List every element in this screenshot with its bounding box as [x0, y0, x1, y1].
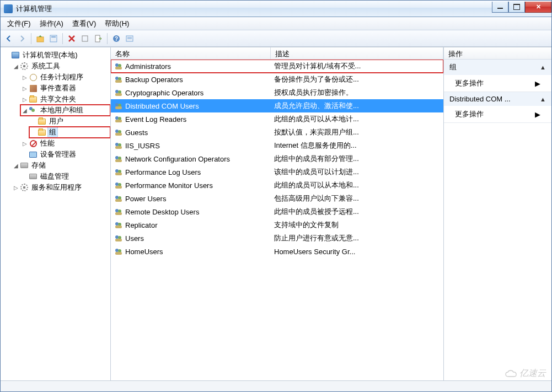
group-name-cell: HomeUsers [111, 247, 271, 256]
group-row[interactable]: IIS_IUSRSInternet 信息服务使用的... [111, 139, 443, 152]
group-row[interactable]: Remote Desktop Users此组中的成员被授予远程... [111, 205, 443, 218]
actions-body: 组 ▲ 更多操作 ▶ Distributed COM ... ▲ 更多操作 [444, 60, 551, 380]
tree-task-sched[interactable]: ▷任务计划程序 [20, 72, 110, 83]
group-row[interactable]: Replicator支持域中的文件复制 [111, 218, 443, 232]
svg-rect-3 [82, 36, 88, 41]
expand-icon[interactable]: ▷ [13, 184, 19, 191]
tree-services-apps[interactable]: ▷服务和应用程序 [12, 182, 110, 193]
back-icon[interactable] [3, 33, 15, 45]
tree-sys-tools[interactable]: ◢ 系统工具 [12, 61, 110, 72]
delete-icon[interactable] [66, 33, 78, 45]
group-icon [114, 128, 123, 137]
group-row[interactable]: Cryptographic Operators授权成员执行加密操作。 [111, 86, 443, 99]
svg-rect-21 [115, 106, 122, 109]
group-desc-cell: 按默认值，来宾跟用户组... [271, 127, 443, 137]
tree-storage[interactable]: ◢存储 [12, 160, 110, 171]
svg-rect-42 [115, 199, 122, 202]
group-row[interactable]: Network Configuration Operators此组中的成员有部分… [111, 152, 443, 165]
tree-label: 磁盘管理 [39, 171, 70, 181]
group-row[interactable]: Event Log Readers此组的成员可以从本地计... [111, 112, 443, 126]
tree-shared[interactable]: ▷共享文件夹 [20, 94, 110, 105]
collapse-icon[interactable]: ◢ [13, 63, 19, 69]
group-row[interactable]: Users防止用户进行有意或无意... [111, 232, 443, 245]
group-row[interactable]: Administrators管理员对计算机/域有不受... [111, 60, 443, 73]
tree-local-users-groups[interactable]: ◢本地用户和组 [20, 105, 110, 116]
details-icon[interactable] [124, 33, 136, 45]
window-controls [492, 2, 551, 13]
group-row[interactable]: Performance Log Users该组中的成员可以计划进... [111, 165, 443, 179]
export-icon[interactable] [92, 33, 104, 45]
svg-rect-54 [115, 252, 122, 255]
group-name-cell: Replicator [111, 221, 271, 229]
action-head-label: 组 [449, 62, 457, 72]
svg-rect-36 [115, 173, 122, 175]
group-desc-cell: 授权成员执行加密操作。 [271, 88, 443, 98]
tree-label: 本地用户和组 [39, 105, 84, 115]
menu-file[interactable]: 文件(F) [3, 17, 35, 30]
group-row[interactable]: HomeUsersHomeUsers Security Gr... [111, 245, 443, 258]
list-header: 名称 描述 [111, 47, 443, 60]
expand-icon[interactable] [4, 52, 10, 58]
actions-pane: 操作 组 ▲ 更多操作 ▶ Distributed COM ... ▲ [444, 47, 551, 380]
folder-icon [37, 117, 46, 126]
group-icon [114, 194, 123, 203]
collapse-icon[interactable]: ◢ [13, 162, 19, 169]
book-icon [29, 84, 37, 93]
group-desc-cell: 防止用户进行有意或无意... [271, 233, 443, 243]
chevron-up-icon: ▲ [540, 64, 546, 71]
minimize-button[interactable] [492, 2, 508, 13]
action-more-2[interactable]: 更多操作 ▶ [444, 106, 551, 122]
action-head-groups[interactable]: 组 ▲ [444, 60, 551, 75]
tree-disk-mgmt[interactable]: 磁盘管理 [20, 171, 110, 182]
tree-perf[interactable]: ▷性能 [20, 138, 110, 149]
chevron-right-icon: ▶ [535, 79, 540, 88]
list-body[interactable]: Administrators管理员对计算机/域有不受...Backup Oper… [111, 60, 443, 380]
group-icon [114, 234, 123, 243]
app-window: 计算机管理 文件(F) 操作(A) 查看(V) 帮助(H) ? [0, 0, 552, 392]
titlebar[interactable]: 计算机管理 [1, 1, 551, 17]
tree-dev-mgr[interactable]: 设备管理器 [20, 149, 110, 160]
group-row[interactable]: Guests按默认值，来宾跟用户组... [111, 126, 443, 139]
tree-event-viewer[interactable]: ▷事件查看器 [20, 83, 110, 94]
group-icon [114, 247, 123, 256]
action-head-selected[interactable]: Distributed COM ... ▲ [444, 92, 551, 106]
tree-users[interactable]: 用户 [29, 116, 110, 127]
up-icon[interactable] [34, 33, 46, 45]
refresh-icon[interactable] [79, 33, 91, 45]
close-button[interactable] [525, 2, 551, 13]
group-name-cell: Remote Desktop Users [111, 207, 271, 216]
no-icon [29, 139, 37, 148]
svg-rect-39 [115, 186, 122, 189]
maximize-button[interactable] [508, 2, 525, 13]
group-desc-cell: 此组中的成员有部分管理... [271, 154, 443, 164]
toolbar-separator [107, 33, 108, 44]
expand-icon[interactable]: ▷ [22, 74, 28, 80]
toolbar-separator [62, 33, 63, 44]
tree-root[interactable]: 计算机管理(本地) [3, 50, 110, 61]
group-row[interactable]: Power Users包括高级用户以向下兼容... [111, 192, 443, 205]
group-icon [114, 62, 123, 71]
svg-rect-45 [115, 212, 122, 215]
nav-tree[interactable]: 计算机管理(本地) ◢ 系统工具 ▷任务计划程序 [1, 50, 110, 193]
menu-action[interactable]: 操作(A) [35, 17, 68, 30]
svg-point-25 [115, 130, 119, 133]
col-desc[interactable]: 描述 [271, 47, 443, 59]
group-row[interactable]: Distributed COM Users成员允许启动、激活和使... [111, 99, 443, 112]
expand-icon[interactable]: ▷ [22, 140, 28, 147]
collapse-icon[interactable]: ◢ [22, 107, 28, 114]
help-icon[interactable]: ? [110, 33, 122, 45]
menu-help[interactable]: 帮助(H) [100, 17, 133, 30]
tree-groups[interactable]: 组 [29, 127, 110, 138]
group-row[interactable]: Backup Operators备份操作员为了备份或还... [111, 73, 443, 86]
svg-point-19 [115, 103, 119, 106]
forward-icon[interactable] [16, 33, 28, 45]
expand-icon[interactable]: ▷ [22, 85, 28, 92]
props-icon[interactable] [47, 33, 60, 45]
group-row[interactable]: Performance Monitor Users此组的成员可以从本地和... [111, 179, 443, 192]
menu-view[interactable]: 查看(V) [68, 17, 100, 30]
col-name[interactable]: 名称 [111, 47, 271, 59]
action-more-1[interactable]: 更多操作 ▶ [444, 75, 551, 92]
expand-icon[interactable]: ▷ [22, 96, 28, 103]
svg-rect-0 [37, 37, 44, 42]
clock-icon [29, 73, 37, 82]
